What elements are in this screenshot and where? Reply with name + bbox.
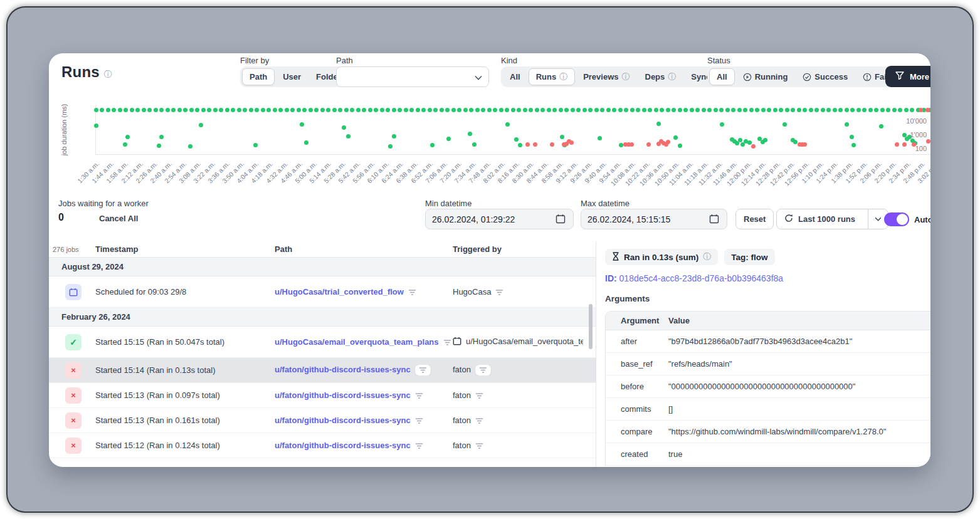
success-dot — [856, 108, 861, 112]
filter-icon[interactable] — [475, 443, 483, 449]
success-dot — [300, 122, 304, 127]
job-row[interactable]: ×Started 15:14 (Ran in 0.13s total)u/fat… — [49, 358, 596, 383]
failure-dot — [751, 144, 756, 149]
success-dot — [463, 108, 468, 112]
calendar-icon[interactable] — [709, 214, 719, 226]
job-row[interactable]: Scheduled for 09:03 29/8u/HugoCasa/trial… — [49, 276, 596, 308]
success-dot — [821, 108, 825, 112]
more-filters-button[interactable]: More filters — [885, 66, 930, 87]
success-dot — [142, 108, 146, 112]
column-value: Value — [668, 316, 930, 325]
argument-name: after — [606, 337, 668, 346]
success-dot — [177, 108, 182, 112]
success-dot — [678, 108, 682, 112]
success-dot — [673, 135, 678, 140]
success-dot — [879, 124, 883, 128]
min-datetime-input[interactable] — [425, 209, 574, 229]
hourglass-icon — [612, 252, 619, 263]
success-dot — [302, 108, 307, 112]
filter-icon[interactable] — [475, 417, 483, 424]
job-path-cell: u/HugoCasa/trial_converted_flow — [275, 287, 453, 296]
jobs-scrollbar[interactable] — [589, 304, 593, 349]
failure-dot — [925, 108, 930, 112]
job-path-link[interactable]: u/HugoCasa/email_overquota_team_plans — [275, 337, 439, 347]
success-dot — [253, 143, 258, 147]
filter-icon[interactable] — [443, 339, 451, 346]
filter-by-option-path[interactable]: Path — [242, 68, 275, 85]
success-dot — [598, 136, 602, 140]
auto-refresh-toggle[interactable] — [884, 212, 909, 226]
filter-icon[interactable] — [415, 417, 423, 424]
job-row[interactable]: ×Started 15:13 (Ran in 0.161s total)u/fa… — [49, 408, 596, 433]
job-path-link[interactable]: u/faton/github-discord-issues-sync — [275, 441, 411, 450]
filter-by-option-label: User — [283, 72, 301, 81]
job-triggered-cell: u/HugoCasa/email_overquota_team_plans — [453, 337, 583, 347]
success-dot — [767, 108, 771, 112]
filter-icon[interactable] — [495, 289, 503, 296]
last-runs-main[interactable]: Last 1000 runs — [777, 214, 863, 224]
success-dot — [838, 108, 843, 112]
argument-value: [] — [668, 404, 930, 414]
success-dot — [886, 108, 890, 112]
success-dot — [695, 108, 700, 112]
calendar-icon[interactable] — [556, 214, 566, 226]
filter-icon[interactable] — [475, 365, 491, 375]
filter-icon[interactable] — [408, 289, 416, 296]
success-dot — [702, 108, 706, 112]
success-dot — [672, 108, 676, 112]
job-triggered-cell: faton — [453, 441, 583, 450]
jobs-rows: August 29, 2024Scheduled for 09:03 29/8u… — [49, 258, 596, 458]
kind-option-previews[interactable]: Previewsⓘ — [576, 68, 636, 85]
run-id-value[interactable]: 018de5c4-acc8-23d8-d76a-b0b396463f8a — [619, 273, 784, 283]
status-option-all[interactable]: All — [709, 68, 735, 85]
success-dot — [304, 140, 308, 145]
argument-name: base_ref — [606, 359, 668, 369]
job-timestamp: Started 15:13 (Ran in 0.097s total) — [95, 391, 275, 400]
run-id-line: ID: 018de5c4-acc8-23d8-d76a-b0b396463f8a — [605, 273, 930, 283]
argument-name: commits — [606, 404, 668, 414]
filter-by-option-user[interactable]: User — [276, 68, 308, 85]
success-dot — [809, 108, 813, 112]
jobs-count: 276 jobs — [49, 246, 95, 253]
job-row[interactable]: ×Started 15:12 (Ran in 0.124s total)u/fa… — [49, 433, 596, 458]
job-path-link[interactable]: u/faton/github-discord-issues-sync — [275, 365, 411, 374]
job-path-link[interactable]: u/faton/github-discord-issues-sync — [275, 391, 411, 400]
kind-option-label: Previews — [583, 72, 618, 81]
success-dot — [130, 108, 134, 112]
success-dot — [514, 137, 519, 142]
success-dot — [278, 108, 283, 112]
success-dot — [523, 108, 527, 112]
filter-icon[interactable] — [415, 365, 431, 375]
kind-option-deps[interactable]: Depsⓘ — [638, 68, 683, 85]
filter-icon[interactable] — [415, 443, 423, 449]
max-datetime-input[interactable] — [581, 209, 727, 229]
job-row[interactable]: ×Started 15:13 (Ran in 0.097s total)u/fa… — [49, 383, 596, 408]
date-section-row: August 29, 2024 — [49, 258, 596, 276]
success-dot — [344, 108, 349, 112]
argument-value: "b97b4bd12866a0b7adf77b3b4963d3acee4ca2b… — [668, 337, 930, 346]
argument-value: true — [668, 449, 930, 459]
success-dot — [430, 143, 435, 147]
job-triggered-by: faton — [453, 391, 471, 400]
success-dot — [446, 137, 451, 141]
job-triggered-by: HugoCasa — [453, 287, 491, 296]
job-timestamp: Started 15:14 (Ran in 0.13s total) — [95, 365, 275, 375]
success-dot — [154, 108, 158, 112]
success-dot — [600, 108, 604, 112]
status-option-running[interactable]: Running — [736, 68, 795, 85]
status-option-success[interactable]: Success — [796, 68, 855, 85]
job-path-link[interactable]: u/faton/github-discord-issues-sync — [275, 416, 411, 425]
cancel-all-button[interactable]: Cancel All — [99, 214, 138, 223]
job-row[interactable]: ✓Started 15:15 (Ran in 50.047s total)u/H… — [49, 327, 596, 358]
filter-icon[interactable] — [475, 392, 483, 399]
job-path-cell: u/faton/github-discord-issues-sync — [275, 441, 453, 450]
filter-icon[interactable] — [415, 392, 423, 399]
job-triggered-by: faton — [453, 416, 471, 425]
job-path-link[interactable]: u/HugoCasa/trial_converted_flow — [275, 287, 404, 296]
path-select[interactable] — [336, 66, 489, 87]
reset-button[interactable]: Reset — [735, 209, 774, 229]
last-runs-button[interactable]: Last 1000 runs — [776, 209, 888, 229]
tag-badge: Tag: flow — [724, 249, 774, 265]
kind-option-all[interactable]: All — [503, 68, 527, 85]
kind-option-runs[interactable]: Runsⓘ — [529, 68, 576, 85]
